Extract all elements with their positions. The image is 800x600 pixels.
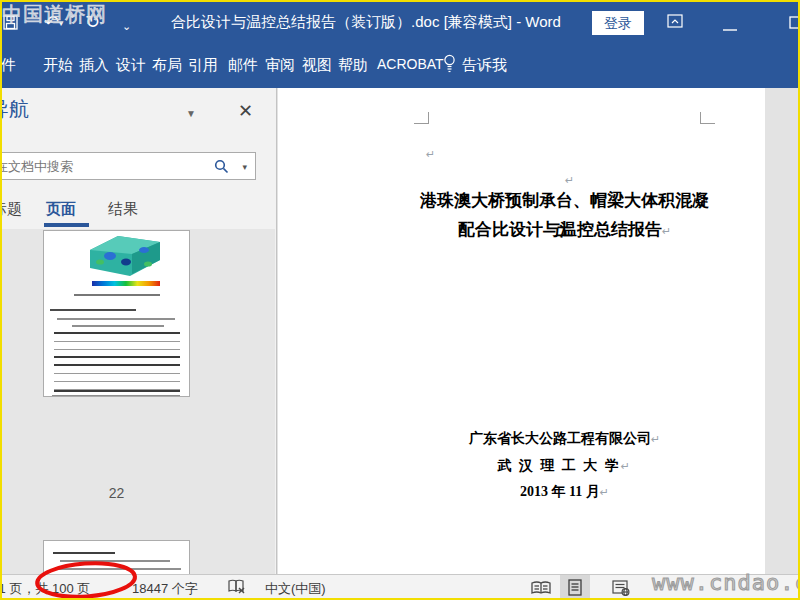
navigation-pane: 导航 ▼ ✕ ▾ 标题 页面 结果 — [0, 88, 277, 574]
tab-insert[interactable]: 插入 — [79, 56, 109, 75]
tab-references[interactable]: 引用 — [188, 56, 218, 75]
text-line — [60, 560, 170, 562]
status-bar: 第 1 页，共 100 页 18447 个字 中文(中国) — [0, 574, 800, 600]
search-options-caret-icon[interactable]: ▾ — [242, 162, 247, 172]
navigation-pane-title: 导航 — [0, 96, 29, 123]
tab-mailings[interactable]: 邮件 — [228, 56, 258, 75]
tab-file[interactable]: 文件 — [0, 56, 16, 75]
page-thumbnail-next[interactable] — [43, 540, 190, 574]
pilcrow-mark: ↵ — [621, 460, 632, 472]
page-thumbnail-22[interactable] — [43, 230, 190, 397]
margin-corner-mark — [414, 112, 429, 124]
thumbnail-table — [54, 364, 180, 392]
tab-help[interactable]: 帮助 — [338, 56, 368, 75]
minimize-button[interactable] — [722, 18, 738, 36]
section-heading-line — [53, 552, 115, 554]
word-count-indicator[interactable]: 18447 个字 — [132, 580, 198, 598]
proofing-errors-icon[interactable] — [228, 579, 246, 598]
thumbnail-page-number: 22 — [43, 485, 190, 501]
nav-options-chevron-down-icon[interactable]: ▼ — [186, 108, 196, 119]
window-title: 合比设计与温控总结报告（装订版）.doc [兼容模式] - Word — [60, 13, 672, 32]
figure-colorbar — [92, 281, 160, 286]
page-count-indicator[interactable]: 第 1 页，共 100 页 — [0, 580, 90, 598]
text-line — [52, 395, 180, 397]
print-layout-button[interactable] — [560, 575, 590, 600]
text-line — [57, 318, 175, 320]
ribbon-tab-row: 文件 开始 插入 设计 布局 引用 邮件 审阅 视图 帮助 ACROBAT 告诉… — [0, 44, 800, 88]
document-search-box[interactable]: ▾ — [0, 152, 256, 180]
language-indicator[interactable]: 中文(中国) — [265, 580, 326, 598]
document-title-line2: 配合比设计与温控总结报告↵ — [413, 215, 716, 246]
pilcrow-mark: ↵ — [426, 148, 435, 161]
tab-acrobat[interactable]: ACROBAT — [377, 56, 444, 72]
pilcrow-mark: ↵ — [600, 486, 609, 498]
read-mode-button[interactable] — [526, 575, 556, 600]
pilcrow-mark: ↵ — [651, 433, 660, 445]
document-view: ↵ ↵ 港珠澳大桥预制承台、帽梁大体积混凝土 配合比设计与温控总结报告↵ 广东省… — [277, 88, 800, 574]
thumbnail-table — [54, 332, 180, 358]
tab-layout[interactable]: 布局 — [152, 56, 182, 75]
document-page[interactable]: ↵ ↵ 港珠澳大桥预制承台、帽梁大体积混凝土 配合比设计与温控总结报告↵ 广东省… — [278, 88, 765, 574]
title-bar: ↶▾ ↻ ⌄ 合比设计与温控总结报告（装订版）.doc [兼容模式] - Wor… — [0, 0, 800, 44]
tab-review[interactable]: 审阅 — [265, 56, 295, 75]
text-line — [72, 325, 164, 327]
search-icon[interactable] — [214, 159, 229, 178]
company-name: 广东省长大公路工程有限公司↵ — [413, 430, 716, 448]
pilcrow-mark: ↵ — [662, 225, 671, 237]
nav-tab-active-underline — [44, 223, 89, 227]
section-heading-line — [50, 309, 136, 311]
nav-tab-results[interactable]: 结果 — [108, 200, 138, 219]
report-date: 2013 年 11 月↵ — [413, 483, 716, 501]
web-layout-button[interactable] — [606, 575, 636, 600]
ribbon-display-options-icon[interactable] — [667, 14, 683, 32]
nav-tab-pages[interactable]: 页面 — [46, 200, 76, 219]
maximize-button[interactable] — [789, 15, 800, 33]
nav-tab-headings[interactable]: 标题 — [0, 200, 22, 219]
nav-close-icon[interactable]: ✕ — [238, 100, 253, 122]
figure-caption-line — [74, 294, 160, 296]
margin-corner-mark — [700, 112, 715, 124]
lightbulb-icon — [443, 54, 456, 76]
tab-design[interactable]: 设计 — [116, 56, 146, 75]
tab-home[interactable]: 开始 — [43, 56, 73, 75]
sign-in-button[interactable]: 登录 — [592, 11, 644, 35]
university-name: 武 汉 理 工 大 学↵ — [413, 457, 716, 475]
thermal-analysis-figure — [88, 234, 162, 278]
page-thumbnails-panel: 22 — [0, 229, 275, 574]
vertical-scrollbar[interactable] — [765, 88, 800, 574]
tab-view[interactable]: 视图 — [302, 56, 332, 75]
save-icon[interactable] — [3, 15, 18, 33]
tell-me-label[interactable]: 告诉我 — [462, 56, 507, 75]
